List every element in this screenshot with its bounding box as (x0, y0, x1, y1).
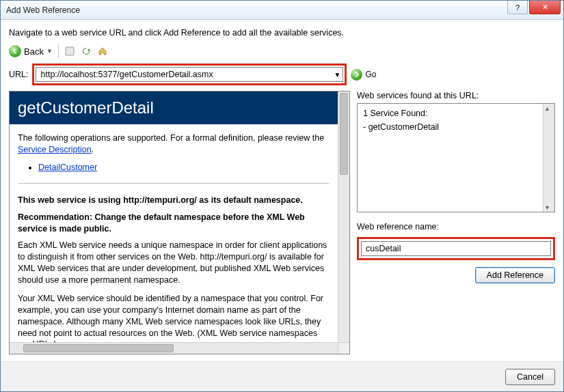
preview-vertical-scrollbar[interactable] (338, 92, 349, 342)
go-label: Go (365, 70, 376, 79)
add-web-reference-dialog: Add Web Reference ? ✕ Navigate to a web … (0, 0, 564, 392)
recommendation-heading: Recommendation: Change the default names… (18, 212, 330, 235)
go-button[interactable]: Go (351, 69, 376, 81)
namespace-heading: This web service is using http://tempuri… (18, 195, 330, 206)
service-description-link[interactable]: Service Description (18, 145, 92, 154)
services-summary: 1 Service Found: (363, 108, 542, 119)
preview-divider (18, 183, 330, 184)
back-arrow-icon (9, 45, 21, 57)
add-reference-button[interactable]: Add Reference (475, 267, 555, 283)
refresh-icon[interactable] (81, 46, 92, 57)
url-row: URL: ▼ Go (9, 64, 555, 85)
help-button[interactable]: ? (507, 1, 528, 14)
web-reference-name-input[interactable] (361, 241, 551, 256)
help-icon: ? (515, 3, 520, 12)
services-found-list[interactable]: 1 Service Found: - getCustomerDetail (357, 103, 555, 212)
toolbar-separator (58, 44, 59, 58)
web-reference-name-highlight (357, 237, 555, 260)
instruction-text: Navigate to a web service URL and click … (9, 28, 555, 38)
titlebar: Add Web Reference ? ✕ (1, 1, 563, 20)
svg-rect-0 (66, 47, 74, 55)
service-title: getCustomerDetail (10, 92, 338, 124)
service-item[interactable]: - getCustomerDetail (363, 122, 542, 132)
go-arrow-icon (351, 69, 362, 81)
window-title: Add Web Reference (6, 5, 80, 15)
scroll-corner (338, 342, 349, 354)
preview-horizontal-scrollbar[interactable] (10, 342, 338, 354)
close-icon: ✕ (542, 3, 548, 12)
service-preview-pane: getCustomerDetail The following operatio… (9, 91, 350, 354)
back-label: Back (24, 46, 44, 57)
url-field-highlight: ▼ (32, 64, 347, 85)
dialog-footer: Cancel (1, 361, 563, 391)
back-dropdown-caret-icon[interactable]: ▼ (46, 48, 53, 55)
back-button[interactable]: Back ▼ (9, 45, 53, 57)
url-dropdown-caret-icon[interactable]: ▼ (332, 71, 343, 79)
preview-pane-column: getCustomerDetail The following operatio… (9, 91, 350, 354)
home-icon[interactable] (97, 46, 108, 57)
listbox-scrollbar[interactable] (543, 104, 554, 212)
url-combo[interactable]: ▼ (36, 67, 343, 82)
preview-scroll-area[interactable]: getCustomerDetail The following operatio… (10, 92, 338, 342)
nav-toolbar: Back ▼ (9, 44, 555, 58)
dialog-content: Navigate to a web service URL and click … (1, 20, 563, 361)
cancel-button[interactable]: Cancel (505, 369, 555, 385)
operations-list: DetailCustomer (38, 163, 330, 172)
web-reference-name-label: Web reference name: (357, 222, 555, 232)
url-input[interactable] (36, 70, 332, 79)
namespace-para-1: Each XML Web service needs a unique name… (18, 240, 330, 286)
body-columns: getCustomerDetail The following operatio… (9, 91, 555, 354)
right-column: Web services found at this URL: 1 Servic… (357, 91, 555, 354)
service-intro: The following operations are supported. … (18, 132, 330, 156)
stop-icon[interactable] (64, 46, 75, 57)
url-label: URL: (9, 70, 28, 79)
namespace-para-2: Your XML Web service should be identifie… (18, 293, 330, 342)
services-found-label: Web services found at this URL: (357, 91, 555, 100)
operation-link[interactable]: DetailCustomer (38, 163, 97, 172)
close-button[interactable]: ✕ (529, 1, 561, 14)
